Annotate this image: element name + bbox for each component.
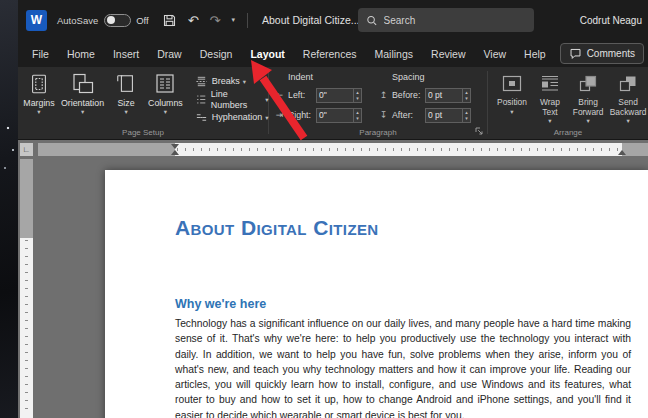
line-numbers-button[interactable]: Line Numbers▾ (193, 92, 271, 107)
breaks-icon (195, 75, 208, 88)
first-line-indent-marker[interactable] (171, 144, 179, 149)
account-name[interactable]: Codrut Neagu (580, 0, 642, 40)
indent-heading: Indent (288, 72, 373, 82)
left-indent-marker[interactable] (171, 150, 179, 155)
spacing-before-input[interactable]: ▴▾ (425, 88, 471, 103)
chevron-down-icon: ▾ (510, 108, 513, 115)
document-subheading: Why we're here (175, 297, 266, 311)
spacing-after-input[interactable]: ▴▾ (425, 108, 471, 123)
paragraph-dialog-launcher-icon[interactable] (474, 126, 484, 136)
page-setup-group-label: Page Setup (18, 128, 268, 137)
comments-button[interactable]: Comments (560, 43, 644, 64)
customize-toolbar-chevron-icon[interactable]: ▾ (232, 16, 236, 24)
vertical-ruler (20, 159, 33, 418)
spinner-arrows[interactable]: ▴▾ (462, 89, 470, 102)
indent-right-input[interactable]: ▴▾ (316, 108, 362, 123)
tab-file[interactable]: File (23, 40, 58, 67)
document-page[interactable]: About Digital Citizen Why we're here Tec… (105, 170, 648, 418)
hyphenation-icon (195, 111, 208, 124)
breaks-button[interactable]: Breaks▾ (193, 74, 271, 89)
tab-review[interactable]: Review (422, 40, 474, 67)
ribbon: Margins▾ Orientation▾ (18, 67, 648, 140)
chevron-down-icon: ▾ (81, 108, 84, 115)
paragraph-group-label: Paragraph (269, 128, 487, 137)
line-numbers-icon (195, 93, 207, 106)
chevron-down-icon: ▾ (124, 108, 127, 115)
send-backward-icon (616, 72, 640, 96)
chevron-down-icon: ▾ (37, 108, 40, 115)
tab-insert[interactable]: Insert (104, 40, 148, 67)
spinner-arrows[interactable]: ▴▾ (353, 89, 361, 102)
document-body-text: Technology has a significant influence o… (175, 316, 631, 418)
tab-layout[interactable]: Layout (241, 40, 293, 67)
autosave-state: Off (136, 15, 149, 26)
word-window: W AutoSave Off ↶ ↷ ▾ About Digital Citiz… (18, 0, 648, 418)
title-bar: W AutoSave Off ↶ ↷ ▾ About Digital Citiz… (18, 0, 648, 40)
orientation-icon (71, 72, 95, 96)
spacing-heading: Spacing (392, 72, 477, 82)
arrange-group: Position▾ Wrap Text▾ Bring Forward▾ (488, 67, 648, 139)
autosave-toggle[interactable] (104, 14, 131, 27)
ribbon-tab-bar: File Home Insert Draw Design Layout Refe… (18, 40, 648, 67)
tab-mailings[interactable]: Mailings (366, 40, 423, 67)
tab-stop-selector[interactable]: ∟ (20, 143, 33, 156)
undo-icon[interactable]: ↶ (188, 13, 199, 28)
save-icon[interactable] (162, 13, 177, 28)
toggle-knob (107, 16, 115, 24)
hyphenation-button[interactable]: Hyphenation▾ (193, 110, 271, 125)
right-indent-marker[interactable] (618, 150, 626, 155)
tab-view[interactable]: View (474, 40, 515, 67)
document-heading-title: About Digital Citizen (175, 216, 379, 240)
page-setup-group: Margins▾ Orientation▾ (18, 67, 268, 139)
spacing-before-row: ↥ Before: ▴▾ (378, 85, 477, 105)
comments-icon (569, 47, 582, 60)
tab-home[interactable]: Home (58, 40, 104, 67)
indent-left-input[interactable]: ▴▾ (316, 88, 362, 103)
spinner-arrows[interactable]: ▴▾ (462, 109, 470, 122)
bring-forward-icon (576, 72, 600, 96)
search-icon (366, 14, 378, 27)
spacing-after-icon: ↧ (378, 110, 389, 120)
search-input[interactable] (384, 15, 526, 26)
chevron-down-icon: ▾ (626, 117, 629, 124)
ruler-text-area (175, 143, 622, 156)
word-logo-icon: W (26, 10, 47, 31)
search-box[interactable] (358, 8, 534, 32)
indent-right-row: ⇥ Right: ▴▾ (274, 105, 373, 125)
spinner-arrows[interactable]: ▴▾ (353, 109, 361, 122)
position-icon (500, 72, 524, 96)
horizontal-ruler (38, 143, 648, 156)
ruler-row: ∟ (18, 140, 648, 159)
chevron-down-icon: ▾ (587, 117, 590, 124)
titlebar-divider (247, 13, 248, 28)
wrap-text-icon (538, 72, 562, 96)
arrange-group-label: Arrange (488, 128, 648, 137)
spacing-before-icon: ↥ (378, 90, 389, 100)
size-icon (115, 72, 137, 96)
chevron-down-icon: ▾ (164, 108, 167, 115)
autosave-label: AutoSave (57, 15, 98, 26)
document-canvas: About Digital Citizen Why we're here Tec… (18, 159, 648, 418)
redo-icon[interactable]: ↷ (210, 13, 221, 28)
chevron-down-icon: ▾ (548, 117, 551, 124)
paragraph-group: Indent ⇤ Left: ▴▾ ⇥ Right: (269, 67, 487, 139)
columns-icon (153, 72, 177, 96)
tab-references[interactable]: References (294, 40, 366, 67)
margins-icon (28, 72, 50, 96)
chevron-down-icon: ▾ (243, 78, 246, 85)
vertical-ruler-text-area (20, 238, 33, 418)
indent-right-icon: ⇥ (274, 110, 285, 120)
indent-left-row: ⇤ Left: ▴▾ (274, 85, 373, 105)
spacing-after-row: ↧ After: ▴▾ (378, 105, 477, 125)
indent-left-icon: ⇤ (274, 90, 285, 100)
quick-access-toolbar: ↶ ↷ ▾ (162, 13, 235, 28)
tab-design[interactable]: Design (191, 40, 242, 67)
desktop: W AutoSave Off ↶ ↷ ▾ About Digital Citiz… (0, 0, 648, 418)
document-title-text: About Digital Citize... (262, 14, 359, 26)
tab-draw[interactable]: Draw (148, 40, 191, 67)
tab-help[interactable]: Help (515, 40, 555, 67)
